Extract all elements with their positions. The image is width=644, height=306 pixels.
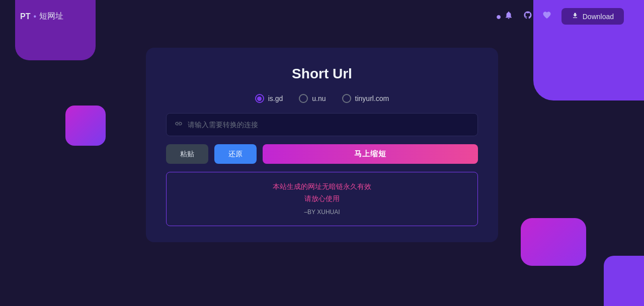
header: PT • 短网址 ● Download <box>0 0 644 33</box>
radio-tinyurl-label: tinyurl.com <box>355 94 389 103</box>
logo: PT • 短网址 <box>20 11 63 22</box>
radio-unu-outer <box>299 94 308 103</box>
action-buttons-row: 粘贴 还原 马上缩短 <box>166 144 478 164</box>
logo-dot: • <box>33 12 36 21</box>
github-icon[interactable] <box>523 11 532 22</box>
bell-icon[interactable]: ● <box>496 11 513 22</box>
info-box: 本站生成的网址无暗链永久有效 请放心使用 –BY XUHUAI <box>166 172 478 226</box>
radio-isgd-outer <box>255 94 264 103</box>
radio-unu-label: u.nu <box>312 94 326 103</box>
url-input[interactable] <box>188 121 469 129</box>
radio-unu[interactable]: u.nu <box>299 94 326 103</box>
decoration-blob-far-right <box>604 256 644 306</box>
service-radio-group: is.gd u.nu tinyurl.com <box>166 94 478 103</box>
logo-text: 短网址 <box>39 11 63 22</box>
link-icon <box>175 120 183 130</box>
radio-isgd[interactable]: is.gd <box>255 94 283 103</box>
heart-icon[interactable] <box>542 11 551 22</box>
main-content: Short Url is.gd u.nu tinyurl.com <box>0 38 644 252</box>
info-line-2: 请放心使用 <box>177 194 467 203</box>
radio-tinyurl[interactable]: tinyurl.com <box>342 94 389 103</box>
info-line-1: 本站生成的网址无暗链永久有效 <box>177 182 467 191</box>
url-shortener-card: Short Url is.gd u.nu tinyurl.com <box>146 48 498 242</box>
logo-pt: PT <box>20 12 30 21</box>
download-label: Download <box>583 13 614 21</box>
card-title: Short Url <box>166 66 478 82</box>
download-button[interactable]: Download <box>561 8 624 25</box>
paste-button[interactable]: 粘贴 <box>166 144 208 164</box>
restore-button[interactable]: 还原 <box>214 144 257 164</box>
radio-isgd-inner <box>257 96 262 101</box>
radio-tinyurl-outer <box>342 94 351 103</box>
radio-isgd-label: is.gd <box>268 94 283 103</box>
download-icon <box>572 12 579 21</box>
info-line-3: –BY XUHUAI <box>177 209 467 216</box>
url-input-wrapper <box>166 113 478 136</box>
header-right: ● Download <box>496 8 624 25</box>
shorten-button[interactable]: 马上缩短 <box>263 144 478 164</box>
